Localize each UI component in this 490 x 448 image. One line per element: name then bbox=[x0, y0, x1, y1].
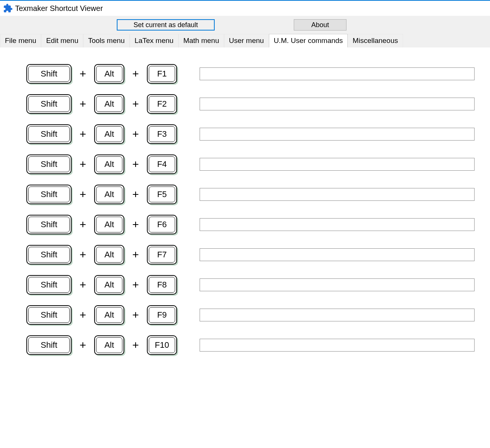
tab-user-menu[interactable]: User menu bbox=[224, 34, 269, 47]
command-input[interactable] bbox=[200, 98, 475, 110]
key-shift: Shift bbox=[26, 94, 72, 114]
command-input[interactable] bbox=[200, 339, 475, 352]
plus-separator: + bbox=[72, 248, 94, 261]
command-input[interactable] bbox=[200, 128, 475, 141]
key-alt: Alt bbox=[94, 94, 124, 114]
shortcut-row: Shift+Alt+F9 bbox=[26, 300, 490, 330]
shortcut-row: Shift+Alt+F4 bbox=[26, 149, 490, 179]
plus-separator: + bbox=[72, 188, 94, 201]
key-function: F1 bbox=[147, 64, 177, 84]
key-function: F10 bbox=[147, 335, 177, 355]
key-alt: Alt bbox=[94, 154, 124, 174]
key-function: F7 bbox=[147, 245, 177, 265]
tab-math-menu[interactable]: Math menu bbox=[179, 34, 224, 47]
key-alt: Alt bbox=[94, 245, 124, 265]
tab-file-menu[interactable]: File menu bbox=[0, 34, 41, 47]
tab-bar: File menuEdit menuTools menuLaTex menuMa… bbox=[0, 34, 490, 47]
plus-separator: + bbox=[72, 158, 94, 171]
plus-separator: + bbox=[72, 128, 94, 141]
tab-latex-menu[interactable]: LaTex menu bbox=[130, 34, 179, 47]
command-input[interactable] bbox=[200, 248, 475, 261]
key-function: F5 bbox=[147, 185, 177, 204]
key-shift: Shift bbox=[26, 64, 72, 84]
plus-separator: + bbox=[124, 158, 147, 171]
key-alt: Alt bbox=[94, 335, 124, 355]
key-alt: Alt bbox=[94, 275, 124, 295]
shortcut-row: Shift+Alt+F2 bbox=[26, 89, 490, 119]
puzzle-icon bbox=[3, 3, 13, 13]
command-input[interactable] bbox=[200, 188, 475, 201]
tab-miscellaneous[interactable]: Miscellaneous bbox=[348, 34, 403, 47]
key-alt: Alt bbox=[94, 185, 124, 204]
shortcut-row: Shift+Alt+F1 bbox=[26, 59, 490, 89]
command-input[interactable] bbox=[200, 278, 475, 291]
plus-separator: + bbox=[124, 339, 147, 352]
key-alt: Alt bbox=[94, 215, 124, 234]
key-shift: Shift bbox=[26, 124, 72, 144]
key-shift: Shift bbox=[26, 245, 72, 265]
shortcut-row: Shift+Alt+F7 bbox=[26, 240, 490, 270]
key-shift: Shift bbox=[26, 335, 72, 355]
tab-u-m-user-commands[interactable]: U.M. User commands bbox=[269, 34, 348, 47]
plus-separator: + bbox=[124, 128, 147, 141]
shortcut-row: Shift+Alt+F3 bbox=[26, 119, 490, 149]
title-bar: Texmaker Shortcut Viewer bbox=[0, 1, 490, 16]
command-input[interactable] bbox=[200, 67, 475, 80]
key-alt: Alt bbox=[94, 124, 124, 144]
key-function: F3 bbox=[147, 124, 177, 144]
about-button[interactable]: About bbox=[294, 19, 347, 31]
plus-separator: + bbox=[124, 98, 147, 110]
app-title: Texmaker Shortcut Viewer bbox=[15, 4, 103, 13]
plus-separator: + bbox=[124, 218, 147, 231]
plus-separator: + bbox=[72, 98, 94, 110]
plus-separator: + bbox=[124, 278, 147, 291]
shortcut-row: Shift+Alt+F5 bbox=[26, 179, 490, 209]
plus-separator: + bbox=[72, 339, 94, 352]
plus-separator: + bbox=[124, 248, 147, 261]
plus-separator: + bbox=[124, 67, 147, 80]
shortcut-list: Shift+Alt+F1Shift+Alt+F2Shift+Alt+F3Shif… bbox=[0, 47, 490, 360]
command-input[interactable] bbox=[200, 158, 475, 171]
set-default-button[interactable]: Set current as default bbox=[117, 19, 215, 31]
command-input[interactable] bbox=[200, 218, 475, 231]
key-alt: Alt bbox=[94, 64, 124, 84]
tab-edit-menu[interactable]: Edit menu bbox=[41, 34, 83, 47]
key-function: F2 bbox=[147, 94, 177, 114]
key-function: F6 bbox=[147, 215, 177, 234]
plus-separator: + bbox=[72, 218, 94, 231]
shortcut-row: Shift+Alt+F6 bbox=[26, 209, 490, 240]
toolbar: Set current as default About bbox=[0, 16, 490, 34]
plus-separator: + bbox=[72, 67, 94, 80]
key-function: F8 bbox=[147, 275, 177, 295]
key-shift: Shift bbox=[26, 275, 72, 295]
key-function: F9 bbox=[147, 305, 177, 325]
shortcut-row: Shift+Alt+F8 bbox=[26, 270, 490, 300]
key-alt: Alt bbox=[94, 305, 124, 325]
plus-separator: + bbox=[124, 309, 147, 321]
shortcut-row: Shift+Alt+F10 bbox=[26, 330, 490, 360]
tab-tools-menu[interactable]: Tools menu bbox=[83, 34, 130, 47]
key-function: F4 bbox=[147, 154, 177, 174]
key-shift: Shift bbox=[26, 215, 72, 234]
plus-separator: + bbox=[72, 309, 94, 321]
plus-separator: + bbox=[72, 278, 94, 291]
key-shift: Shift bbox=[26, 185, 72, 204]
key-shift: Shift bbox=[26, 154, 72, 174]
command-input[interactable] bbox=[200, 309, 475, 321]
plus-separator: + bbox=[124, 188, 147, 201]
key-shift: Shift bbox=[26, 305, 72, 325]
